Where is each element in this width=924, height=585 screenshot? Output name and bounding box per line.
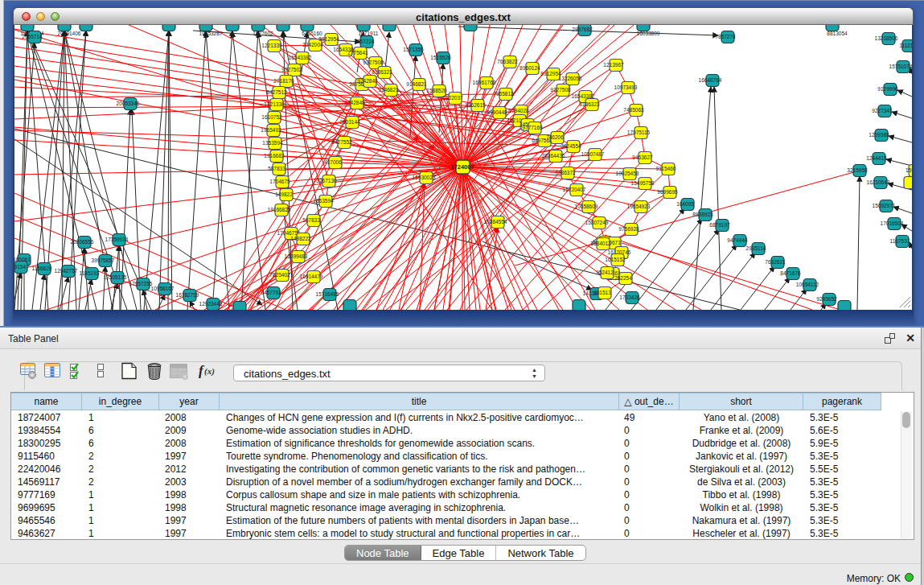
svg-text:9327502: 9327502 (281, 67, 302, 72)
svg-text:149822: 149822 (275, 192, 293, 197)
svg-text:9327508: 9327508 (363, 60, 384, 65)
svg-text:9777169: 9777169 (522, 125, 543, 130)
svg-text:9146821: 9146821 (378, 87, 399, 93)
svg-text:8427512: 8427512 (266, 89, 287, 95)
svg-text:15716485: 15716485 (316, 291, 339, 297)
svg-text:15720407: 15720407 (563, 187, 586, 192)
svg-text:9242848: 9242848 (344, 100, 365, 105)
svg-text:12923446: 12923446 (199, 301, 223, 307)
svg-text:12505135: 12505135 (104, 274, 127, 280)
svg-text:1221330: 1221330 (264, 101, 285, 107)
svg-text:2242004: 2242004 (302, 42, 323, 47)
svg-text:20053346: 20053346 (117, 101, 140, 106)
svg-text:1615152: 1615152 (605, 257, 626, 262)
svg-text:8912954: 8912954 (318, 36, 339, 42)
svg-text:8938923: 8938923 (692, 212, 713, 217)
svg-text:16961768: 16961768 (473, 80, 496, 85)
svg-text:15751074: 15751074 (889, 64, 912, 69)
svg-text:17016504: 17016504 (881, 220, 904, 226)
svg-text:9457791: 9457791 (261, 290, 281, 295)
svg-text:9463627: 9463627 (632, 154, 653, 160)
svg-text:1244415: 1244415 (866, 155, 887, 161)
svg-text:12942757: 12942757 (55, 268, 78, 274)
svg-text:8427552: 8427552 (331, 139, 352, 145)
svg-text:1145193: 1145193 (80, 270, 100, 276)
svg-text:16033809: 16033809 (637, 31, 660, 36)
svg-text:164095: 164095 (676, 201, 694, 207)
svg-text:10025458: 10025458 (616, 171, 639, 176)
svg-text:1209388: 1209388 (869, 132, 889, 138)
svg-text:13226058: 13226058 (559, 76, 582, 81)
svg-text:3267130: 3267130 (316, 178, 337, 183)
svg-text:19384554: 19384554 (484, 219, 507, 225)
svg-text:7357224: 7357224 (354, 39, 375, 44)
svg-text:10507487: 10507487 (581, 151, 605, 157)
svg-text:1156829: 1156829 (32, 266, 52, 271)
svg-text:2055714: 2055714 (22, 34, 43, 39)
svg-text:10658609: 10658609 (575, 204, 598, 209)
svg-text:2987682: 2987682 (572, 27, 593, 32)
svg-text:1353594: 1353594 (262, 140, 283, 146)
svg-text:2775641: 2775641 (347, 50, 368, 56)
svg-text:2718176: 2718176 (273, 78, 294, 84)
svg-text:1916682: 1916682 (264, 153, 285, 159)
svg-text:2803144: 2803144 (339, 119, 360, 125)
svg-text:9327508: 9327508 (550, 87, 571, 93)
svg-text:7663822: 7663822 (497, 59, 518, 64)
svg-text:7857274: 7857274 (715, 34, 736, 39)
svg-text:1498222: 1498222 (290, 236, 311, 241)
svg-text:1527602: 1527602 (253, 31, 273, 36)
svg-text:7386372: 7386372 (555, 170, 576, 175)
svg-text:19654923: 19654923 (627, 204, 651, 209)
svg-text:10653287: 10653287 (199, 31, 223, 36)
svg-text:13218506: 13218506 (875, 35, 898, 41)
svg-text:8471676: 8471676 (780, 270, 801, 276)
svg-text:9129996: 9129996 (877, 86, 898, 92)
svg-text:10973493: 10973493 (614, 84, 638, 90)
svg-text:7632621: 7632621 (765, 259, 786, 265)
svg-text:3215958: 3215958 (847, 167, 868, 173)
svg-text:417006: 417006 (324, 159, 342, 165)
svg-text:20691406: 20691406 (58, 31, 81, 36)
svg-text:252254: 252254 (614, 275, 632, 281)
svg-text:567833: 567833 (302, 217, 320, 223)
svg-text:6879197: 6879197 (709, 222, 730, 228)
svg-text:16543382: 16543382 (289, 55, 312, 60)
svg-text:8186323: 8186323 (579, 101, 600, 107)
svg-text:587833: 587833 (268, 166, 285, 171)
svg-text:1515526: 1515526 (430, 55, 451, 60)
svg-text:15495758: 15495758 (631, 180, 655, 186)
svg-text:16782759: 16782759 (176, 292, 199, 298)
svg-text:10654112: 10654112 (796, 282, 819, 287)
svg-text:10958167: 10958167 (151, 286, 175, 291)
svg-text:7625402: 7625402 (269, 272, 290, 278)
svg-text:1704675: 1704675 (269, 179, 290, 184)
svg-text:952412: 952412 (596, 270, 614, 275)
svg-text:(x): (x) (204, 366, 215, 377)
svg-text:1610752: 1610752 (261, 114, 282, 120)
svg-text:1221339: 1221339 (261, 43, 282, 48)
svg-text:20206556: 20206556 (71, 239, 94, 245)
svg-text:5322037: 5322037 (442, 95, 463, 101)
svg-text:6794028: 6794028 (508, 108, 529, 113)
svg-text:8813054: 8813054 (827, 31, 848, 36)
svg-text:7955812: 7955812 (493, 91, 514, 97)
svg-text:20364436: 20364436 (542, 153, 565, 159)
svg-text:1733426: 1733426 (619, 295, 640, 300)
svg-text:9245652: 9245652 (816, 296, 837, 302)
svg-text:3624554: 3624554 (561, 143, 581, 149)
svg-text:17957255: 17957255 (129, 281, 153, 286)
svg-text:15938: 15938 (906, 167, 912, 173)
svg-text:1167531: 1167531 (890, 238, 910, 244)
svg-text:3684012: 3684012 (590, 241, 611, 246)
svg-text:16648784: 16648784 (699, 77, 722, 83)
svg-text:746206: 746206 (546, 134, 564, 140)
svg-text:16914479: 16914479 (300, 274, 323, 279)
svg-text:8990448: 8990448 (487, 109, 507, 115)
svg-text:15930023: 15930023 (413, 175, 436, 180)
svg-text:8186323: 8186323 (372, 69, 392, 75)
svg-text:39154: 39154 (14, 264, 26, 270)
svg-text:9227341: 9227341 (872, 108, 893, 113)
svg-text:7485063: 7485063 (623, 107, 644, 113)
svg-text:1362615: 1362615 (465, 102, 486, 108)
